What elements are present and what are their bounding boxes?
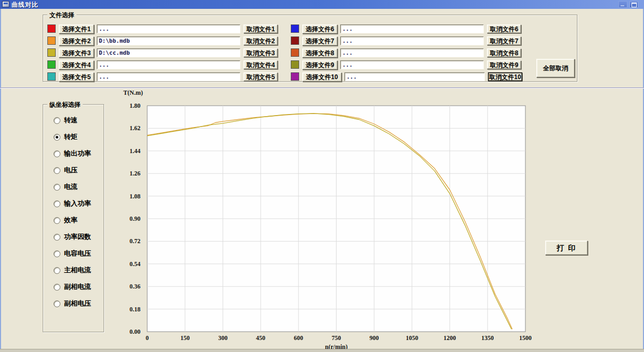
select-file-button[interactable]: 选择文件4 [59, 60, 94, 70]
radio-label: 电压 [64, 166, 78, 175]
radio-label: 输入功率 [64, 199, 91, 208]
file-color-swatch [47, 48, 56, 57]
file-path-input[interactable]: ... [97, 24, 240, 33]
y-axis-option[interactable]: 副相电流 [43, 279, 104, 295]
select-file-button[interactable]: 选择文件2 [59, 36, 94, 46]
svg-text:0.00: 0.00 [130, 328, 140, 335]
file-row: 选择文件1...取消文件1 [47, 24, 278, 34]
cancel-file-button[interactable]: 取消文件8 [487, 48, 521, 57]
cancel-file-button[interactable]: 取消文件6 [487, 24, 521, 33]
svg-text:1.26: 1.26 [130, 170, 140, 177]
radio-button[interactable] [54, 267, 60, 274]
file-path-input[interactable]: ... [97, 60, 240, 69]
minimize-button[interactable] [619, 1, 627, 8]
y-axis-option[interactable]: 主相电流 [43, 262, 104, 279]
chart-canvas: 0.000.180.360.540.720.901.081.261.441.62… [114, 89, 533, 352]
file-selection-group: 文件选择 全部取消 选择文件1...取消文件1选择文件2D:\bb.mdb取消文… [43, 15, 577, 82]
select-file-button[interactable]: 选择文件3 [59, 48, 94, 58]
cancel-file-button[interactable]: 取消文件5 [243, 72, 278, 81]
svg-text:1350: 1350 [481, 334, 494, 342]
select-file-button[interactable]: 选择文件5 [59, 72, 94, 82]
radio-button[interactable] [54, 234, 60, 241]
y-axis-option[interactable]: 功率因数 [43, 229, 104, 245]
svg-text:1.62: 1.62 [130, 124, 140, 132]
select-file-button[interactable]: 选择文件9 [302, 60, 338, 70]
file-row: 选择文件2D:\bb.mdb取消文件2 [47, 36, 278, 46]
svg-text:T(N.m): T(N.m) [123, 89, 143, 96]
svg-text:1500: 1500 [519, 334, 532, 342]
curve-compare-window: 曲线对比 文件选择 全部取消 选择文件1...取消文件1选择文件2D:\bb.m… [0, 0, 644, 352]
y-axis-option[interactable]: 输入功率 [43, 195, 104, 212]
select-file-button[interactable]: 选择文件10 [302, 72, 342, 82]
radio-button[interactable] [54, 184, 60, 191]
file-row: 选择文件10...取消文件10 [291, 72, 522, 82]
file-row: 选择文件5...取消文件5 [47, 72, 278, 82]
file-color-swatch [291, 48, 299, 57]
radio-button[interactable] [54, 300, 60, 307]
svg-text:0.90: 0.90 [130, 215, 140, 222]
file-color-swatch [47, 24, 56, 33]
file-color-swatch [291, 36, 299, 45]
radio-button[interactable] [54, 167, 60, 174]
cancel-file-button[interactable]: 取消文件9 [487, 60, 521, 69]
file-path-input[interactable]: ... [340, 60, 484, 69]
radio-button[interactable] [54, 134, 60, 141]
radio-label: 电容电压 [64, 249, 91, 258]
select-file-button[interactable]: 选择文件6 [302, 24, 338, 34]
cancel-file-button[interactable]: 取消文件4 [243, 60, 278, 69]
svg-text:1050: 1050 [406, 334, 418, 342]
radio-button[interactable] [54, 284, 60, 291]
svg-text:0.18: 0.18 [130, 306, 140, 313]
file-color-swatch [47, 60, 56, 69]
y-axis-option[interactable]: 转矩 [43, 129, 104, 145]
cancel-file-button[interactable]: 取消文件7 [487, 36, 521, 45]
y-axis-selection-group: 纵坐标选择 转速转矩输出功率电压电流输入功率效率功率因数电容电压主相电流副相电流… [43, 104, 104, 332]
y-axis-option[interactable]: 效率 [43, 212, 104, 229]
file-path-input[interactable]: ... [340, 36, 484, 45]
radio-label: 效率 [64, 216, 78, 225]
cancel-file-button[interactable]: 取消文件10 [488, 72, 522, 81]
maximize-button[interactable] [629, 1, 638, 8]
file-color-swatch [291, 24, 299, 33]
title-bar: 曲线对比 [0, 0, 644, 9]
radio-label: 功率因数 [64, 232, 91, 242]
cancel-all-button[interactable]: 全部取消 [536, 59, 575, 78]
file-row: 选择文件4...取消文件4 [47, 60, 278, 70]
select-file-button[interactable]: 选择文件8 [302, 48, 338, 58]
file-path-input[interactable]: ... [340, 48, 484, 57]
y-axis-option[interactable]: 输出功率 [43, 145, 104, 162]
y-axis-option[interactable]: 电流 [43, 179, 104, 195]
file-row: 选择文件7...取消文件7 [291, 36, 521, 46]
y-axis-option[interactable]: 转速 [43, 112, 104, 129]
radio-label: 副相电流 [64, 282, 91, 292]
cancel-file-button[interactable]: 取消文件2 [243, 36, 278, 45]
y-axis-option[interactable]: 电容电压 [43, 245, 104, 262]
window-left-border [0, 9, 1, 352]
file-path-input[interactable]: ... [97, 72, 240, 81]
file-row: 选择文件8...取消文件8 [291, 48, 521, 58]
svg-text:150: 150 [181, 334, 190, 342]
file-path-input[interactable]: ... [344, 72, 485, 81]
svg-text:0.36: 0.36 [130, 283, 140, 290]
radio-button[interactable] [54, 200, 60, 207]
cancel-file-button[interactable]: 取消文件3 [243, 48, 278, 57]
svg-text:0.54: 0.54 [130, 260, 140, 268]
file-color-swatch [47, 72, 56, 81]
cancel-file-button[interactable]: 取消文件1 [243, 24, 278, 33]
radio-button[interactable] [54, 217, 60, 224]
print-button[interactable]: 打 印 [545, 241, 588, 255]
svg-text:600: 600 [294, 334, 303, 342]
radio-button[interactable] [54, 250, 60, 257]
radio-button[interactable] [54, 117, 60, 124]
y-axis-option[interactable]: 副相电压 [43, 295, 104, 312]
y-axis-option[interactable]: 电压 [43, 162, 104, 179]
svg-text:0: 0 [146, 334, 149, 342]
select-file-button[interactable]: 选择文件1 [59, 24, 94, 34]
file-path-input[interactable]: ... [340, 24, 484, 33]
select-file-button[interactable]: 选择文件7 [302, 36, 338, 46]
radio-label: 转速 [64, 116, 78, 125]
file-path-input[interactable]: D:\bb.mdb [97, 36, 240, 45]
file-row: 选择文件6...取消文件6 [291, 24, 521, 34]
file-path-input[interactable]: D:\cc.mdb [97, 48, 240, 57]
radio-button[interactable] [54, 150, 60, 157]
